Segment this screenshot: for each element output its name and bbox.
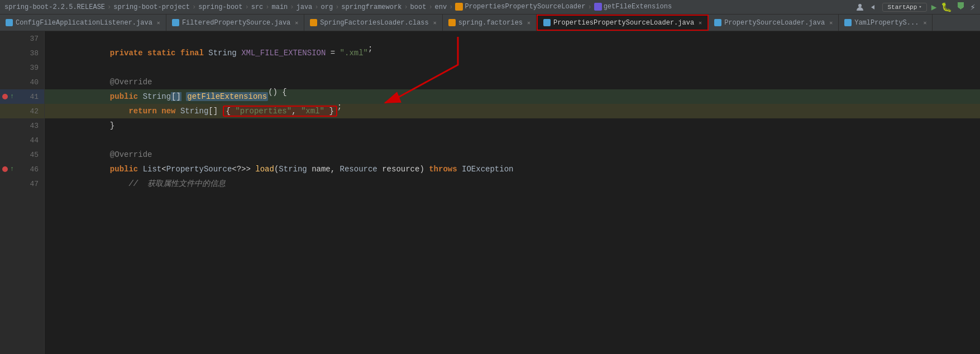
string-properties: "properties" [235, 107, 291, 116]
bracket-highlight: [] [171, 92, 181, 101]
code-line-46: public List<PropertySource<?>> load(Stri… [45, 162, 980, 176]
method-load: load [255, 165, 274, 174]
tab-properties-loader[interactable]: PropertiesPropertySourceLoader.java ✕ [537, 15, 709, 31]
tab-label-5: PropertySourceLoader.java [724, 19, 825, 27]
type-string: String [208, 49, 236, 58]
tab-label-2: SpringFactoriesLoader.class [320, 19, 428, 27]
line-47: 47 [0, 176, 44, 191]
line-num-44: 44 [30, 136, 39, 145]
breadcrumb-right: StartApp ▾ ▶ 🐛 ⛊ ⚡ [855, 2, 976, 13]
tab-spring-factories-loader[interactable]: SpringFactoriesLoader.class ✕ [304, 15, 442, 31]
debug-icon[interactable]: 🐛 [941, 2, 952, 13]
breadcrumb-sep-3: › [265, 3, 269, 11]
method-get-file-ext: getFileExtensions [186, 92, 268, 101]
line-42: 42 [0, 104, 44, 118]
tab-icon-orange [448, 19, 456, 26]
breadcrumb-sep-1: › [192, 3, 196, 11]
line-41: ↑ 41 [0, 89, 44, 104]
breadcrumb-item-method[interactable]: getFileExtensions [594, 3, 672, 11]
tab-icon-c2 [543, 19, 551, 26]
type-resource: Resource [340, 165, 377, 174]
keyword-throws: throws [429, 165, 457, 174]
line-39: 39 [0, 60, 44, 75]
tab-close-2[interactable]: ✕ [433, 20, 437, 26]
line-40: 40 [0, 75, 44, 89]
type-string-46: String [279, 165, 307, 174]
tab-close-6[interactable]: ✕ [923, 20, 926, 26]
keyword-private: private [110, 49, 143, 58]
type-string-41: String [143, 92, 171, 101]
breadcrumb-item-2[interactable]: spring-boot [198, 3, 242, 11]
breadcrumb-item-8[interactable]: boot [410, 3, 427, 11]
method-icon [594, 3, 602, 11]
line-num-46: 46 [30, 165, 39, 174]
breadcrumb-item-9[interactable]: env [435, 3, 447, 11]
keyword-final: final [180, 49, 204, 58]
tab-label-0: ConfigFileApplicationListener.java [16, 19, 152, 27]
svg-point-0 [858, 4, 862, 7]
type-ioexception: IOException [462, 165, 513, 174]
tab-config-file-listener[interactable]: ConfigFileApplicationListener.java ✕ [0, 15, 166, 31]
comment-47: // 获取属性文件中的信息 [128, 179, 226, 189]
tab-close-1[interactable]: ✕ [295, 20, 298, 26]
breadcrumb-item-4[interactable]: main [272, 3, 288, 11]
code-line-44 [45, 133, 980, 147]
tab-spring-factories[interactable]: spring.factories ✕ [443, 15, 537, 31]
code-line-38: private static final String XML_FILE_EXT… [45, 46, 980, 60]
run-icon[interactable]: ▶ [931, 2, 937, 13]
user-icon [855, 3, 864, 12]
line-num-41: 41 [30, 93, 39, 101]
code-line-42: return new String[] { "properties", "xml… [45, 104, 980, 118]
tab-filtered-property[interactable]: FilteredPropertySource.java ✕ [166, 15, 304, 31]
tab-close-4[interactable]: ✕ [699, 20, 702, 26]
breadcrumb-item-6[interactable]: org [321, 3, 333, 11]
tab-close-3[interactable]: ✕ [527, 20, 530, 26]
arrow-up-41: ↑ [10, 93, 14, 101]
line-num-43: 43 [30, 122, 39, 130]
tab-yaml-property[interactable]: YamlPropertyS... ✕ [839, 15, 933, 31]
line-38: 38 [0, 46, 44, 60]
profile-icon[interactable]: ⚡ [970, 2, 976, 13]
breadcrumb-item-7[interactable]: springframework [341, 3, 401, 11]
editor-container: spring-boot-2.2.5.RELEASE › spring-boot-… [0, 0, 980, 354]
code-line-37 [45, 31, 980, 46]
breadcrumb-sep-8: › [428, 3, 432, 11]
tab-property-source-loader[interactable]: PropertySourceLoader.java ✕ [709, 15, 839, 31]
breakpoint-41 [2, 94, 8, 99]
line-num-42: 42 [30, 107, 39, 116]
breadcrumb-sep-9: › [449, 3, 453, 11]
tab-icon-c [6, 19, 13, 26]
annotation-override-45: @Override [110, 150, 152, 159]
code-line-45: @Override [45, 147, 980, 162]
breadcrumb-item-5[interactable]: java [297, 3, 313, 11]
tab-close-5[interactable]: ✕ [829, 20, 833, 26]
back-icon[interactable] [869, 3, 878, 12]
line-num-45: 45 [30, 151, 39, 159]
breadcrumb-sep-6: › [335, 3, 339, 11]
tab-close-0[interactable]: ✕ [157, 20, 160, 26]
breadcrumb-item-1[interactable]: spring-boot-project [113, 3, 190, 11]
line-num-40: 40 [30, 78, 39, 87]
annotation-override: @Override [110, 78, 152, 87]
code-line-41: public String[] getFileExtensions() { [45, 89, 980, 104]
coverage-icon[interactable]: ⛊ [957, 2, 965, 12]
breadcrumb-item-0[interactable]: spring-boot-2.2.5.RELEASE [4, 3, 105, 11]
editor-main-area: 37 38 39 40 ↑ 41 42 43 44 [0, 31, 980, 354]
keyword-return: return [128, 107, 156, 116]
line-num-39: 39 [30, 64, 39, 72]
tab-label-1: FilteredPropertySource.java [182, 19, 290, 27]
breadcrumb-item-class[interactable]: PropertiesPropertySourceLoader [455, 3, 585, 11]
code-area[interactable]: private static final String XML_FILE_EXT… [45, 31, 980, 354]
run-config-button[interactable]: StartApp ▾ [882, 3, 926, 12]
line-44: 44 [0, 133, 44, 147]
breadcrumb-item-3[interactable]: src [251, 3, 264, 11]
line-num-47: 47 [30, 180, 39, 188]
line-43: 43 [0, 118, 44, 133]
breadcrumb-sep-10: › [587, 3, 591, 11]
keyword-new: new [161, 107, 175, 116]
arrow-up-46: ↑ [10, 165, 14, 173]
code-line-47: // 获取属性文件中的信息 [45, 176, 980, 191]
breadcrumb-sep-7: › [404, 3, 408, 11]
tab-icon-c4 [844, 19, 852, 26]
run-config-chevron: ▾ [919, 4, 921, 10]
